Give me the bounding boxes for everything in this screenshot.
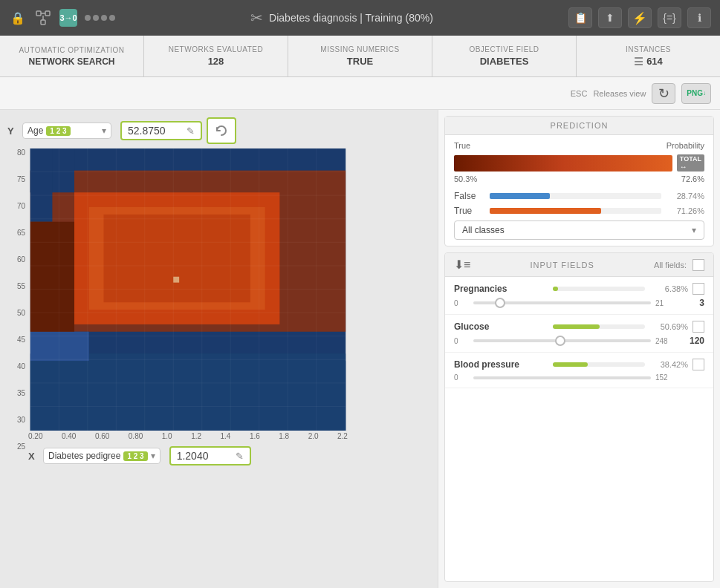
upload-btn[interactable]: ⬆ [598,7,622,28]
x-edit-icon[interactable]: ✎ [236,451,244,462]
esc-hint: ESC [571,89,588,98]
pregnancies-slider[interactable] [473,301,651,304]
field-pregnancies: Pregnancies 6.38% 0 21 3 [445,277,713,315]
svg-rect-16 [173,277,179,283]
recalculate-btn[interactable] [207,117,236,144]
blood-pressure-checkbox[interactable] [693,359,704,370]
prediction-header: PREDICTION [445,117,713,135]
png-btn[interactable]: PNG↓ [681,83,711,104]
heatmap-canvas[interactable] [28,148,348,431]
right-panel: PREDICTION True Probability TOTAL ↔ 50.3… [438,110,720,588]
chevron-down-x-icon: ▾ [151,451,155,461]
y-axis-labels: 80 75 70 65 60 55 50 45 40 35 30 25 [7,148,28,466]
sort-icon[interactable]: ⬇≡ [454,258,470,272]
pregnancies-checkbox[interactable] [693,283,704,295]
chevron-down-icon: ▾ [102,125,106,136]
svg-rect-2 [41,20,45,24]
prediction-body: True Probability TOTAL ↔ 50.3% 72.6% Fa [445,135,713,246]
info-btn[interactable]: ℹ [687,7,711,28]
stat-automatic-optimization: AUTOMATIC OPTIMIZATION NETWORK SEARCH [0,36,144,76]
field-blood-pressure: Blood pressure 38.42% 0 152 [445,353,713,388]
formula-btn[interactable]: {=} [658,7,681,28]
dropdown-arrow-icon: ▾ [692,225,696,235]
stat-networks-evaluated: NETWORKS EVALUATED 128 [144,36,288,76]
loading-dots [85,15,115,21]
pred-main-bar-row: TOTAL ↔ [454,154,704,172]
pred-row-header: True Probability [454,141,704,150]
top-bar-actions: 📋 ⬆ ⚡ {=} ℹ [568,7,711,28]
svg-rect-0 [36,11,41,16]
edit-icon[interactable]: ✎ [187,125,195,137]
total-icon: TOTAL ↔ [677,154,704,172]
page-title: ✂ Diabetes diagnosis | Training (80%) [123,9,561,27]
x-value-input: 1.2040 ✎ [169,446,251,466]
stat-objective-field: OBJECTIVE FIELD DIABETES [432,36,577,76]
stats-bar: AUTOMATIC OPTIMIZATION NETWORK SEARCH NE… [0,36,720,77]
main-content: Y Age 1 2 3 ▾ 52.8750 ✎ 80 75 7 [0,110,720,588]
network-icon[interactable] [34,9,52,27]
refresh-btn[interactable]: ↻ [652,83,675,104]
y-axis-label: Y [7,125,18,137]
y-axis-select[interactable]: Age 1 2 3 ▾ [22,122,111,139]
pred-true-bar [490,208,601,214]
stat-instances: INSTANCES ☰ 614 [577,36,720,76]
toolbar: ESC Releases view ↻ PNG↓ [0,77,720,110]
y-value-input: 52.8750 ✎ [120,121,202,140]
badge-icon: 3→0 [59,9,77,27]
stat-missing-numerics: MISSING NUMERICS TRUE [288,36,432,76]
pred-true-row: True 71.26% [454,206,704,216]
all-fields-checkbox[interactable] [693,259,704,271]
x-axis-control: X Diabetes pedigree 1 2 3 ▾ 1.2040 ✎ [28,446,430,466]
list-icon: ☰ [634,56,643,68]
input-fields-header: ⬇≡ INPUT FIELDS All fields: [445,253,713,277]
glucose-checkbox[interactable] [693,321,704,333]
heatmap-container: 80 75 70 65 60 55 50 45 40 35 30 25 [7,148,430,466]
heatmap-area[interactable]: 0.20 0.40 0.60 0.80 1.0 1.2 1.4 1.6 1.8 … [28,148,430,466]
left-panel: Y Age 1 2 3 ▾ 52.8750 ✎ 80 75 7 [0,110,438,588]
boost-btn[interactable]: ⚡ [628,7,652,28]
x-axis-labels: 0.20 0.40 0.60 0.80 1.0 1.2 1.4 1.6 1.8 … [28,431,348,440]
y-axis-control: Y Age 1 2 3 ▾ 52.8750 ✎ [7,117,430,144]
blood-pressure-slider[interactable] [473,376,651,379]
pred-classes-dropdown[interactable]: All classes ▾ [454,220,704,240]
glucose-slider[interactable] [473,339,651,342]
copy-btn[interactable]: 📋 [568,7,592,28]
field-glucose: Glucose 50.69% 0 248 120 [445,315,713,353]
pred-main-bar [454,155,672,172]
pred-false-bar-container [490,193,661,199]
pred-false-bar [490,193,550,199]
scissors-icon: ✂ [250,9,263,27]
releases-view-text: Releases view [593,89,646,98]
svg-rect-10 [30,148,53,222]
x-axis-select[interactable]: Diabetes pedigree 1 2 3 ▾ [43,448,160,464]
pred-false-row: False 28.74% [454,191,704,201]
top-bar: 🔒 3→0 ✂ Diabetes diagnosis | Training (8… [0,0,720,36]
prediction-section: PREDICTION True Probability TOTAL ↔ 50.3… [444,116,714,246]
pred-true-bar-container [490,208,661,214]
pred-pct-row: 50.3% 72.6% [454,174,704,183]
lock-icon: 🔒 [9,9,27,27]
svg-rect-17 [30,222,74,332]
svg-rect-12 [30,361,346,431]
x-axis-label: X [28,451,39,462]
input-fields-section: ⬇≡ INPUT FIELDS All fields: Pregnancies … [444,252,714,582]
svg-rect-1 [45,11,50,16]
